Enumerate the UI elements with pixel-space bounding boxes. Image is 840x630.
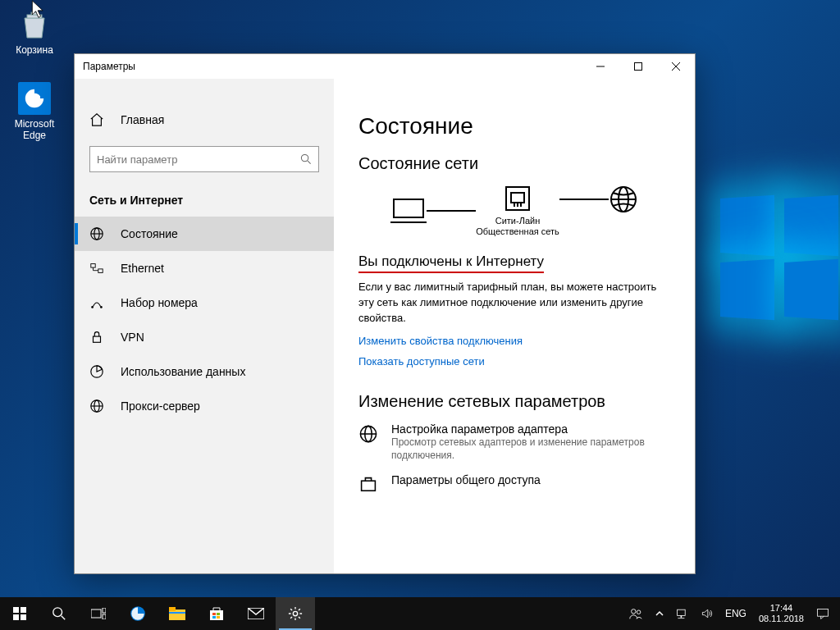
search-field[interactable] — [97, 153, 300, 166]
svg-rect-50 — [212, 616, 216, 619]
content-pane: Состояние Состояние сети Сити-Лайн Общес… — [334, 79, 695, 573]
network-diagram: Сити-Лайн Общественная сеть — [358, 185, 670, 237]
globe-icon — [609, 185, 638, 214]
pc-icon — [390, 196, 427, 226]
sharing-icon — [358, 473, 380, 495]
maximize-button[interactable] — [619, 54, 657, 79]
svg-rect-51 — [217, 616, 220, 619]
tray-network-icon[interactable] — [670, 597, 695, 630]
svg-rect-42 — [103, 614, 106, 619]
dialup-icon — [89, 295, 106, 310]
page-title: Состояние — [358, 113, 670, 139]
recycle-bin-icon — [18, 8, 51, 41]
section-change-settings: Изменение сетевых параметров — [358, 392, 670, 411]
status-icon — [89, 226, 106, 241]
taskbar-store[interactable] — [197, 597, 236, 630]
show-desktop-button[interactable] — [835, 597, 840, 630]
svg-rect-0 — [27, 15, 42, 18]
svg-rect-11 — [91, 264, 95, 268]
svg-point-14 — [100, 306, 103, 308]
tray-action-center-icon[interactable] — [810, 597, 835, 630]
svg-rect-59 — [818, 609, 829, 616]
setting-sharing-options[interactable]: Параметры общего доступа — [358, 473, 670, 495]
svg-rect-46 — [169, 612, 185, 614]
svg-rect-1 — [31, 12, 38, 15]
taskbar-settings[interactable] — [276, 597, 315, 630]
sidebar-home[interactable]: Главная — [75, 103, 334, 136]
desktop-icon-recycle-bin[interactable]: Корзина — [4, 8, 65, 56]
svg-rect-40 — [91, 609, 101, 618]
section-network-status: Состояние сети — [358, 154, 670, 173]
vpn-icon — [89, 330, 106, 345]
svg-rect-48 — [212, 613, 216, 615]
svg-rect-49 — [217, 613, 220, 615]
minimize-button[interactable] — [582, 54, 619, 79]
setting-adapter-options[interactable]: Настройка параметров адаптера Просмотр с… — [358, 422, 670, 462]
desktop: Корзина Microsoft Edge Параметры Главная — [0, 0, 840, 630]
tray-language[interactable]: ENG — [719, 597, 752, 630]
task-view-button[interactable] — [79, 597, 118, 630]
sidebar-item-label: Использование данных — [121, 365, 245, 378]
tray-time: 17:44 — [770, 603, 793, 614]
taskbar-file-explorer[interactable] — [158, 597, 197, 630]
sidebar-item-data-usage[interactable]: Использование данных — [75, 354, 334, 389]
setting-title: Параметры общего доступа — [391, 473, 541, 486]
svg-rect-37 — [21, 614, 26, 620]
taskbar-search[interactable] — [39, 597, 79, 630]
data-usage-icon — [89, 364, 106, 379]
home-icon — [89, 112, 106, 127]
svg-rect-36 — [13, 614, 19, 620]
svg-line-39 — [62, 616, 66, 620]
window-title: Параметры — [83, 61, 135, 72]
sidebar-item-ethernet[interactable]: Ethernet — [75, 251, 334, 285]
svg-rect-12 — [98, 269, 103, 273]
link-show-available-networks[interactable]: Показать доступные сети — [358, 355, 670, 368]
svg-point-55 — [637, 610, 641, 614]
edge-icon — [18, 82, 51, 115]
adapter-icon — [358, 422, 380, 462]
sidebar-item-label: Прокси-сервер — [121, 399, 200, 413]
connected-heading: Вы подключены к Интернету — [358, 253, 544, 273]
tray-volume-icon[interactable] — [695, 597, 719, 630]
svg-rect-45 — [169, 607, 176, 611]
windows-wallpaper-logo — [717, 197, 840, 345]
svg-rect-56 — [678, 609, 686, 615]
taskbar-mail[interactable] — [236, 597, 276, 630]
taskbar: ENG 17:44 08.11.2018 — [0, 597, 840, 630]
svg-line-7 — [308, 161, 311, 164]
svg-rect-3 — [635, 63, 642, 71]
svg-rect-41 — [103, 608, 106, 613]
desktop-icon-label: Корзина — [4, 44, 65, 56]
tray-people[interactable] — [623, 597, 649, 630]
svg-point-13 — [91, 306, 94, 308]
tray-chevron-up-icon[interactable] — [649, 597, 670, 630]
svg-rect-23 — [511, 193, 524, 203]
svg-point-54 — [632, 609, 636, 614]
setting-subtitle: Просмотр сетевых адаптеров и изменение п… — [391, 436, 662, 462]
setting-title: Настройка параметров адаптера — [391, 422, 662, 436]
settings-window: Параметры Главная Сеть и Интернет — [74, 53, 696, 574]
sidebar: Главная Сеть и Интернет Состояние Ethern… — [75, 79, 334, 573]
sidebar-item-label: Ethernet — [121, 262, 164, 275]
taskbar-edge[interactable] — [118, 597, 158, 630]
sidebar-item-proxy[interactable]: Прокси-сервер — [75, 389, 334, 423]
tray-clock[interactable]: 17:44 08.11.2018 — [752, 597, 810, 630]
tray-date: 08.11.2018 — [759, 614, 804, 624]
ethernet-icon — [89, 261, 106, 276]
start-button[interactable] — [0, 597, 39, 630]
search-input[interactable] — [89, 146, 319, 172]
sidebar-item-dialup[interactable]: Набор номера — [75, 285, 334, 320]
desktop-icon-edge[interactable]: Microsoft Edge — [4, 82, 65, 141]
ethernet-port-icon — [504, 185, 532, 212]
sidebar-item-label: VPN — [121, 331, 144, 344]
titlebar[interactable]: Параметры — [75, 54, 695, 79]
system-tray: ENG 17:44 08.11.2018 — [623, 597, 840, 630]
sidebar-item-vpn[interactable]: VPN — [75, 320, 334, 354]
link-change-connection-props[interactable]: Изменить свойства подключения — [358, 335, 670, 347]
proxy-icon — [89, 399, 106, 413]
svg-point-6 — [301, 154, 308, 161]
close-button[interactable] — [657, 54, 695, 79]
diagram-network-type: Общественная сеть — [476, 226, 559, 237]
desktop-icon-label: Microsoft Edge — [4, 118, 65, 141]
sidebar-item-status[interactable]: Состояние — [75, 217, 334, 251]
